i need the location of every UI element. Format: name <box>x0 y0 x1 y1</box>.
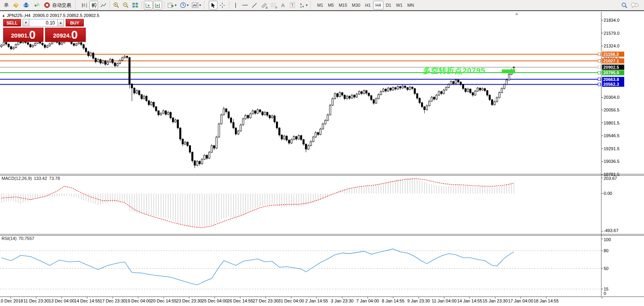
chart-macd-separator[interactable] <box>0 174 644 174</box>
timeframe-h1-button[interactable]: H1 <box>363 1 373 9</box>
macd-histogram-bar <box>255 193 255 208</box>
candle-body <box>216 137 217 148</box>
candle-body <box>172 118 174 122</box>
chart-shift-marker-icon[interactable] <box>515 12 518 15</box>
arrows-tool-button[interactable]: ▾ <box>298 1 309 9</box>
candle-body <box>104 61 106 64</box>
zoom-out-button[interactable] <box>121 1 130 9</box>
lot-decrease-button[interactable]: ▼ <box>23 19 29 26</box>
search-button[interactable] <box>620 1 629 9</box>
macd-histogram-bar <box>240 193 241 215</box>
macd-histogram-bar <box>95 193 96 204</box>
vertical-line-tool-button[interactable] <box>231 1 240 9</box>
text-tool-letter: A <box>281 2 285 8</box>
cursor-tool-button[interactable] <box>209 1 217 9</box>
macd-histogram-bar <box>223 193 224 218</box>
price-tick-label: 20056.5 <box>604 108 619 112</box>
horizontal-line-tool-button[interactable] <box>241 1 249 9</box>
price-line-label[interactable]: 20663.8 <box>602 77 624 82</box>
text-tool-button[interactable]: A <box>279 1 287 9</box>
autotrading-button[interactable]: 自动交易 <box>42 1 74 9</box>
bar-chart-type-button[interactable] <box>80 1 89 9</box>
macd-rsi-separator[interactable] <box>0 234 644 234</box>
candle-body <box>296 136 297 139</box>
macd-histogram-bar <box>246 193 246 212</box>
candle-body <box>206 155 208 159</box>
time-axis-label: 25 Dec 04:00 <box>202 298 227 303</box>
candle-body <box>42 43 43 45</box>
timeframe-w1-button[interactable]: W1 <box>394 1 405 9</box>
channel-tool-button[interactable]: E <box>260 1 268 9</box>
collapse-marker-icon[interactable]: ▲ <box>2 14 5 17</box>
candlestick-chart-type-button[interactable] <box>89 1 98 9</box>
macd-histogram-bar <box>28 193 28 201</box>
candle-body <box>312 137 314 142</box>
line-label-anchor[interactable] <box>598 83 601 86</box>
macd-histogram-bar <box>470 187 470 194</box>
macd-histogram-bar <box>195 193 195 227</box>
label-tool-button[interactable]: T <box>288 1 297 9</box>
candle-body <box>353 95 355 97</box>
timeframe-m15-button[interactable]: M15 <box>336 1 349 9</box>
sell-price-button[interactable]: 20901.0 <box>3 28 43 42</box>
lot-increase-button[interactable]: ▲ <box>57 19 64 26</box>
fibonacci-tool-button[interactable]: F <box>269 1 278 9</box>
timeframe-d1-button[interactable]: D1 <box>383 1 394 9</box>
candle-body <box>484 89 486 91</box>
line-chart-icon <box>100 2 106 8</box>
macd-histogram-bar <box>71 193 72 196</box>
line-chart-type-button[interactable] <box>99 1 108 9</box>
timeframe-m1-button[interactable]: M1 <box>315 1 325 9</box>
chat-button[interactable] <box>630 1 640 9</box>
macd-histogram-bar <box>361 186 362 193</box>
order-book-icon[interactable] <box>11 1 21 9</box>
price-line-label[interactable]: 20795.0 <box>602 70 624 75</box>
periods-button[interactable]: ▾ <box>179 1 190 9</box>
buy-price-button[interactable]: 20924.0 <box>45 28 86 42</box>
candle-body <box>225 109 227 112</box>
macd-histogram-bar <box>277 193 277 206</box>
sell-button[interactable]: SELL <box>3 19 21 26</box>
chart-shift-button[interactable] <box>153 1 162 9</box>
macd-histogram-bar <box>429 184 429 193</box>
new-chart-icon <box>168 2 174 8</box>
candle-body <box>397 87 398 89</box>
tile-windows-button[interactable] <box>131 1 140 9</box>
zoom-in-button[interactable] <box>112 1 121 9</box>
line-label-anchor[interactable] <box>598 71 601 74</box>
price-line-label[interactable]: 20902.5 <box>602 65 624 70</box>
autoscroll-button[interactable] <box>144 1 153 9</box>
timeframe-m5-button[interactable]: M5 <box>325 1 336 9</box>
candle-body <box>13 48 14 49</box>
price-line-label[interactable]: 20562.3 <box>602 82 624 87</box>
crosshair-tool-button[interactable] <box>218 1 227 9</box>
timeframe-mn-button[interactable]: MN <box>405 1 416 9</box>
candle-body <box>373 100 374 103</box>
candle-body <box>363 91 365 94</box>
lot-size-input[interactable] <box>29 19 57 26</box>
trendline-tool-button[interactable] <box>250 1 259 9</box>
pivot-marker-bar[interactable] <box>502 70 515 74</box>
macd-histogram-bar <box>91 193 91 202</box>
timeframe-h4-button[interactable]: H4 <box>373 1 383 9</box>
line-label-anchor[interactable] <box>598 53 601 56</box>
price-line-label[interactable]: 21027.1 <box>602 59 624 64</box>
macd-histogram-bar <box>262 193 263 205</box>
pivot-annotation-text[interactable]: 多空转折点20795 <box>423 66 485 76</box>
mql5-community-icon[interactable] <box>21 1 31 9</box>
line-label-anchor[interactable] <box>598 60 601 62</box>
bar-chart-icon <box>81 2 87 8</box>
new-order-button[interactable]: 单 <box>2 1 11 9</box>
timeframe-m30-button[interactable]: M30 <box>349 1 363 9</box>
new-chart-button[interactable]: ▾ <box>166 1 178 9</box>
macd-histogram-bar <box>13 193 13 201</box>
line-label-anchor[interactable] <box>598 78 601 81</box>
line-label-anchor[interactable] <box>598 66 601 69</box>
templates-button[interactable]: ▾ <box>191 1 202 9</box>
candle-body <box>131 84 133 88</box>
buy-button[interactable]: BUY <box>66 19 84 26</box>
macd-histogram-bar <box>465 186 466 193</box>
price-line-label[interactable]: 21158.3 <box>602 52 624 57</box>
toolbar-separator <box>229 1 229 9</box>
signals-icon[interactable] <box>32 1 41 9</box>
